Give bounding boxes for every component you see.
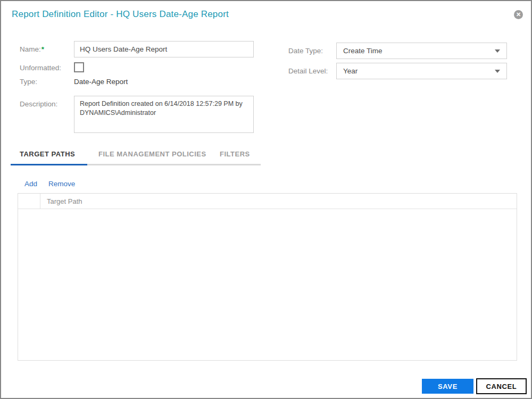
chevron-down-icon xyxy=(495,70,500,73)
save-button[interactable]: SAVE xyxy=(422,379,473,394)
unformatted-label: Unformatted: xyxy=(20,64,61,72)
tab-filters[interactable]: FILTERS xyxy=(220,150,250,158)
remove-button[interactable]: Remove xyxy=(48,180,75,188)
type-value: Date-Age Report xyxy=(74,78,128,86)
dialog-title: Report Definition Editor - HQ Users Date… xyxy=(12,9,229,20)
report-definition-editor-dialog: Report Definition Editor - HQ Users Date… xyxy=(0,0,532,399)
required-asterisk: * xyxy=(41,45,44,53)
table-body-empty xyxy=(18,209,517,360)
target-path-table: Target Path xyxy=(18,193,517,361)
date-type-value: Create Time xyxy=(343,47,383,55)
table-header-select-column xyxy=(18,194,40,209)
detail-level-dropdown[interactable]: Year xyxy=(336,63,507,79)
detail-level-label: Detail Level: xyxy=(288,67,328,75)
tab-file-management-policies[interactable]: FILE MANAGEMENT POLICIES xyxy=(98,150,206,158)
table-header-row: Target Path xyxy=(18,194,517,209)
tab-track xyxy=(87,164,261,165)
date-type-label: Date Type: xyxy=(288,47,323,55)
description-label: Description: xyxy=(20,100,57,108)
active-tab-indicator xyxy=(11,164,87,165)
chevron-down-icon xyxy=(495,49,500,53)
table-header-target-path[interactable]: Target Path xyxy=(40,194,517,209)
add-button[interactable]: Add xyxy=(24,180,37,188)
name-input[interactable] xyxy=(74,41,254,57)
close-icon[interactable]: ✕ xyxy=(514,10,523,19)
description-textarea[interactable]: Report Definition created on 6/14/2018 1… xyxy=(74,96,254,133)
cancel-button[interactable]: CANCEL xyxy=(476,378,527,394)
detail-level-value: Year xyxy=(343,67,358,75)
tab-bar: TARGET PATHS FILE MANAGEMENT POLICIES FI… xyxy=(1,150,531,166)
tab-target-paths[interactable]: TARGET PATHS xyxy=(20,150,75,158)
name-label: Name:* xyxy=(20,45,44,53)
type-label: Type: xyxy=(20,78,37,86)
date-type-dropdown[interactable]: Create Time xyxy=(336,43,507,59)
unformatted-checkbox[interactable] xyxy=(74,62,84,72)
